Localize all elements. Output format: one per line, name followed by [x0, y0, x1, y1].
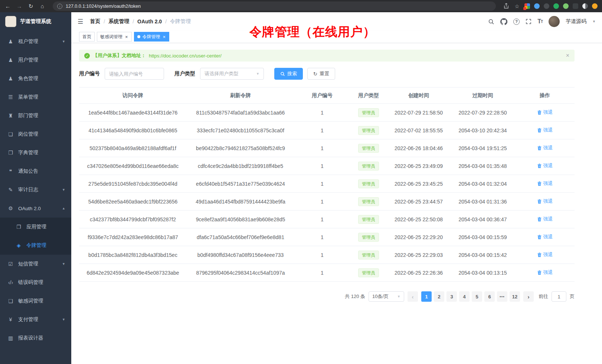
reset-button[interactable]: ↻ 重置 — [307, 68, 335, 80]
force-logout-button[interactable]: 强退 — [537, 269, 553, 276]
force-logout-button[interactable]: 强退 — [537, 162, 553, 169]
refresh-icon: ↻ — [313, 71, 317, 77]
force-logout-label: 强退 — [543, 127, 553, 133]
dictionary-icon: ❒ — [7, 150, 14, 156]
sidebar-item-role[interactable]: ♟角色管理 — [0, 69, 71, 88]
refresh-token-cell: e6cfd40eb1f54571a31e775e039c4624 — [187, 175, 294, 193]
browser-back-button[interactable]: ← — [4, 3, 11, 9]
close-tab-icon[interactable]: × — [163, 34, 166, 39]
page-button-5[interactable]: 5 — [472, 291, 482, 302]
user-type-label: 用户类型 — [174, 70, 195, 77]
search-button[interactable]: 搜索 — [274, 68, 303, 80]
page-button-4[interactable]: 4 — [459, 291, 470, 302]
sidebar-item-error-code[interactable]: ‹/›错误码管理 — [0, 273, 71, 292]
sidebar-item-audit-log[interactable]: ✎审计日志▼ — [0, 181, 71, 199]
sidebar-item-sensitive-word[interactable]: ❑敏感词管理 — [0, 292, 71, 310]
browser-home-button[interactable]: ⌂ — [39, 3, 46, 9]
sidebar-item-notice[interactable]: ❝通知公告 — [0, 162, 71, 181]
alert-doc-link[interactable]: https://doc.iocoder.cn/user-center/ — [149, 53, 222, 59]
breadcrumb-item[interactable]: 系统管理 — [108, 18, 129, 25]
table-row: b0d1785bc3a8482f812db4a3f3bd15ecb0df4980… — [79, 246, 575, 264]
extension-icon[interactable] — [534, 3, 540, 9]
page-ellipsis[interactable]: ••• — [497, 291, 507, 302]
extension-icon[interactable] — [553, 3, 559, 9]
page-button-1[interactable]: 1 — [421, 291, 432, 302]
force-logout-label: 强退 — [543, 269, 553, 276]
force-logout-button[interactable]: 强退 — [537, 251, 553, 258]
sidebar-subitem-application[interactable]: ❐应用管理 — [0, 218, 71, 236]
sidebar-item-dictionary[interactable]: ❒字典管理 — [0, 143, 71, 162]
browser-forward-button[interactable]: → — [16, 3, 23, 9]
created-at-cell: 2022-06-25 22:26:36 — [387, 264, 450, 282]
page-button-12[interactable]: 12 — [510, 291, 520, 302]
breadcrumb-item[interactable]: OAuth 2.0 — [137, 19, 162, 24]
site-info-icon[interactable]: i — [57, 4, 62, 9]
close-tab-icon[interactable]: × — [125, 34, 128, 39]
url-bar[interactable]: i 127.0.0.1:1024/system/oauth2/token — [53, 1, 496, 11]
alert-close-icon[interactable]: × — [566, 53, 569, 59]
topbar: ☰ 首页/系统管理/OAuth 2.0/令牌管理 ? TT 芋道源码 ▼ — [71, 12, 602, 31]
force-logout-button[interactable]: 强退 — [537, 109, 553, 116]
force-logout-button[interactable]: 强退 — [537, 198, 553, 205]
force-logout-button[interactable]: 强退 — [537, 216, 553, 222]
force-logout-button[interactable]: 强退 — [537, 127, 553, 133]
github-icon[interactable] — [500, 18, 507, 25]
page-button-6[interactable]: 6 — [484, 291, 495, 302]
bookmark-star-icon[interactable]: ☆ — [514, 4, 520, 9]
sidebar-item-label: 错误码管理 — [18, 279, 65, 286]
extension-grid-icon[interactable] — [524, 3, 530, 9]
extension-icon[interactable] — [573, 3, 578, 9]
tab-item[interactable]: 令牌管理× — [134, 32, 170, 42]
sidebar-item-tenant[interactable]: ♟租户管理▼ — [0, 32, 71, 51]
sidebar-item-department[interactable]: ♜部门管理 — [0, 106, 71, 125]
action-cell: 强退 — [515, 175, 575, 193]
error-code-icon: ‹/› — [7, 279, 14, 285]
expires-at-cell: 2022-07-29 22:28:50 — [450, 104, 515, 122]
sidebar-item-payment[interactable]: ¥支付管理▼ — [0, 310, 71, 329]
sidebar-item-menu[interactable]: ☰菜单管理 — [0, 88, 71, 106]
extension-icon[interactable] — [563, 3, 569, 9]
alert-text: 【用户体系】文档地址： — [93, 52, 146, 59]
collapse-sidebar-icon[interactable]: ☰ — [78, 18, 83, 26]
user-id-input[interactable] — [105, 68, 164, 80]
side-panel-icon[interactable] — [582, 3, 588, 9]
page-button-3[interactable]: 3 — [446, 291, 457, 302]
search-icon[interactable] — [488, 19, 494, 25]
refresh-token-cell: 9ce8ef2aa9f14056b831ae9b608e28d5 — [187, 211, 294, 228]
user-type-select[interactable]: 请选择用户类型 ▼ — [200, 68, 264, 80]
fullscreen-icon[interactable] — [526, 19, 531, 24]
share-icon[interactable] — [503, 3, 510, 10]
force-logout-label: 强退 — [543, 198, 553, 205]
user-name[interactable]: 芋道源码 — [566, 18, 586, 25]
force-logout-button[interactable]: 强退 — [537, 234, 553, 240]
extension-icon[interactable] — [544, 3, 549, 9]
app-title: 芋道管理系统 — [20, 18, 51, 25]
next-page-button[interactable]: › — [523, 291, 534, 302]
sidebar-item-sms[interactable]: ☑短信管理▼ — [0, 255, 71, 273]
force-logout-button[interactable]: 强退 — [537, 145, 553, 151]
sidebar-item-oauth[interactable]: ⚙OAuth 2.0▲ — [0, 199, 71, 218]
user-avatar[interactable] — [549, 16, 560, 27]
tab-item[interactable]: 首页 — [79, 32, 95, 42]
search-button-label: 搜索 — [287, 70, 297, 77]
chevron-down-icon: ▼ — [62, 262, 65, 266]
app-logo[interactable]: 芋道管理系统 — [0, 12, 71, 31]
sidebar-item-post[interactable]: ❏岗位管理 — [0, 125, 71, 143]
tab-item[interactable]: 敏感词管理× — [97, 32, 132, 42]
user-id-cell: 1 — [294, 228, 350, 246]
profile-avatar-icon[interactable] — [592, 3, 598, 9]
sidebar-subitem-token[interactable]: ◈令牌管理 — [0, 236, 71, 255]
chevron-down-icon[interactable]: ▼ — [592, 20, 596, 23]
page-button-2[interactable]: 2 — [434, 291, 444, 302]
browser-refresh-button[interactable]: ↻ — [27, 3, 34, 9]
goto-page-input[interactable] — [552, 291, 566, 302]
force-logout-button[interactable]: 强退 — [537, 180, 553, 187]
user-type-cell: 管理员 — [350, 175, 387, 193]
font-size-icon[interactable]: TT — [537, 18, 543, 25]
sidebar-item-report-designer[interactable]: ▥报表设计器 — [0, 329, 71, 347]
breadcrumb-item[interactable]: 首页 — [90, 18, 100, 25]
sidebar-item-user[interactable]: ♟用户管理 — [0, 51, 71, 69]
help-icon[interactable]: ? — [513, 19, 520, 25]
page-size-select[interactable]: 10条/页 ▼ — [369, 291, 404, 302]
prev-page-button[interactable]: ‹ — [408, 291, 418, 302]
